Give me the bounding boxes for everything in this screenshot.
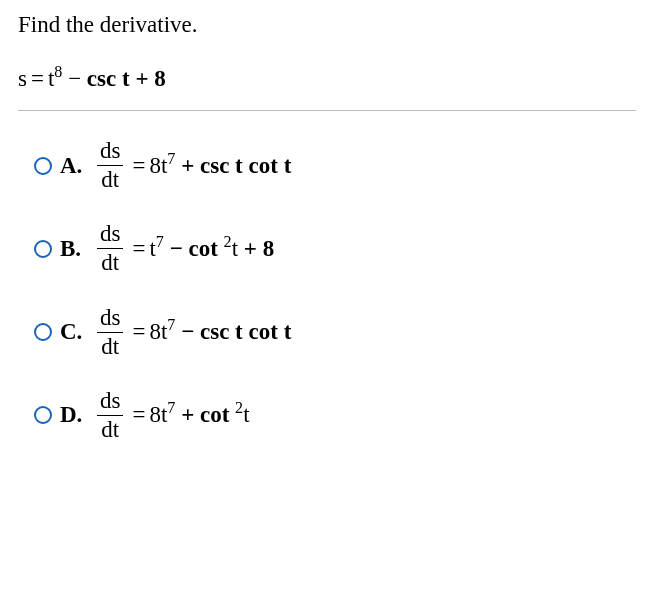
mid: − cot — [164, 236, 224, 261]
coef: 8t — [149, 153, 167, 178]
options-list: A. ds dt =8t7 + csc t cot t B. ds dt — [18, 139, 636, 442]
exp: 7 — [156, 233, 164, 250]
coef: 8t — [149, 402, 167, 427]
eq-csc: csc t — [87, 66, 130, 91]
frac-num: ds — [96, 389, 124, 415]
option-letter: A. — [60, 153, 94, 179]
divider — [18, 110, 636, 111]
question-prompt: Find the derivative. — [18, 12, 636, 38]
option-letter: B. — [60, 236, 94, 262]
fraction-dsdt: ds dt — [96, 222, 124, 275]
equals: = — [132, 319, 145, 344]
afterexp: t — [243, 402, 249, 427]
eq-lhs: s — [18, 66, 27, 91]
frac-num: ds — [96, 306, 124, 332]
equals: = — [132, 236, 145, 261]
option-math: ds dt =t7 − cot 2t + 8 — [94, 222, 274, 275]
exp2: 2 — [235, 400, 243, 417]
option-letter: D. — [60, 402, 94, 428]
option-letter: C. — [60, 319, 94, 345]
rest: − csc t cot t — [175, 319, 291, 344]
option-c[interactable]: C. ds dt =8t7 − csc t cot t — [34, 306, 636, 359]
equals: = — [132, 402, 145, 427]
option-a[interactable]: A. ds dt =8t7 + csc t cot t — [34, 139, 636, 192]
mid: + cot — [175, 402, 235, 427]
fraction-dsdt: ds dt — [96, 139, 124, 192]
radio-icon[interactable] — [34, 323, 52, 341]
coef: 8t — [149, 319, 167, 344]
option-b[interactable]: B. ds dt =t7 − cot 2t + 8 — [34, 222, 636, 275]
radio-icon[interactable] — [34, 240, 52, 258]
frac-den: dt — [97, 248, 123, 275]
frac-den: dt — [97, 415, 123, 442]
frac-num: ds — [96, 139, 124, 165]
option-math: ds dt =8t7 + cot 2t — [94, 389, 250, 442]
fraction-dsdt: ds dt — [96, 306, 124, 359]
frac-den: dt — [97, 332, 123, 359]
option-math: ds dt =8t7 − csc t cot t — [94, 306, 291, 359]
rest: + csc t cot t — [175, 153, 291, 178]
frac-den: dt — [97, 165, 123, 192]
given-equation: s=t8 − csc t + 8 — [18, 66, 636, 92]
radio-icon[interactable] — [34, 157, 52, 175]
tail: + 8 — [238, 236, 274, 261]
exp2: 2 — [224, 233, 232, 250]
option-math: ds dt =8t7 + csc t cot t — [94, 139, 291, 192]
eq-plus8: + 8 — [130, 66, 166, 91]
eq-equals: = — [31, 66, 44, 91]
option-d[interactable]: D. ds dt =8t7 + cot 2t — [34, 389, 636, 442]
frac-num: ds — [96, 222, 124, 248]
equals: = — [132, 153, 145, 178]
fraction-dsdt: ds dt — [96, 389, 124, 442]
radio-icon[interactable] — [34, 406, 52, 424]
eq-minus: − — [62, 66, 86, 91]
